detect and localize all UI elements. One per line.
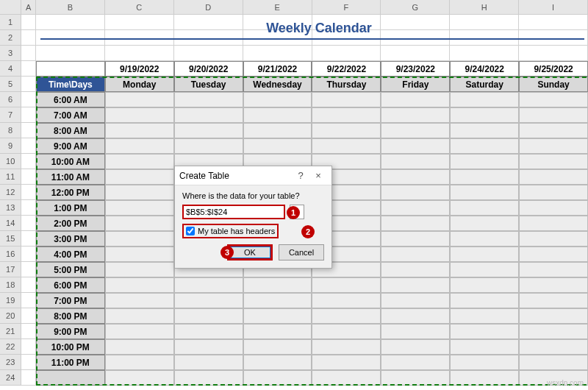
- row-header[interactable]: 4: [0, 61, 21, 77]
- cell[interactable]: [519, 92, 588, 107]
- cell[interactable]: [381, 339, 450, 355]
- dialog-titlebar[interactable]: Create Table ? ×: [175, 166, 331, 185]
- cell[interactable]: [105, 216, 174, 231]
- cell[interactable]: [243, 46, 312, 61]
- day-header[interactable]: Friday: [381, 77, 450, 92]
- row-header[interactable]: 19: [0, 293, 21, 308]
- row-header[interactable]: 7: [0, 107, 21, 123]
- cell[interactable]: [174, 46, 243, 61]
- cell[interactable]: 9/19/2022: [105, 61, 174, 77]
- cell[interactable]: [381, 262, 450, 277]
- cell[interactable]: [174, 308, 243, 324]
- cell[interactable]: [174, 293, 243, 308]
- cell[interactable]: [519, 293, 588, 308]
- cell[interactable]: [519, 277, 588, 293]
- cell[interactable]: [450, 370, 519, 386]
- row-header[interactable]: 15: [0, 231, 21, 247]
- cell[interactable]: [174, 107, 243, 123]
- row-header[interactable]: 6: [0, 92, 21, 107]
- cell[interactable]: [312, 324, 381, 339]
- time-label[interactable]: 9:00 AM: [36, 138, 105, 154]
- cell[interactable]: 9/22/2022: [312, 61, 381, 77]
- cell[interactable]: [519, 262, 588, 277]
- cell[interactable]: [174, 123, 243, 138]
- select-all-corner[interactable]: [0, 0, 21, 14]
- cell[interactable]: [243, 324, 312, 339]
- cell[interactable]: [21, 200, 36, 216]
- cancel-button[interactable]: Cancel: [279, 244, 324, 260]
- cell[interactable]: [174, 355, 243, 370]
- cell[interactable]: [21, 262, 36, 277]
- cell[interactable]: [450, 216, 519, 231]
- help-button[interactable]: ?: [292, 166, 309, 185]
- row-header[interactable]: 1: [0, 15, 21, 30]
- cell[interactable]: [105, 169, 174, 185]
- cell[interactable]: [381, 169, 450, 185]
- cell[interactable]: [21, 370, 36, 386]
- cell[interactable]: [21, 277, 36, 293]
- cell[interactable]: [105, 339, 174, 355]
- cell[interactable]: [381, 247, 450, 262]
- cell[interactable]: [21, 293, 36, 308]
- time-label[interactable]: 7:00 PM: [36, 293, 105, 308]
- cell[interactable]: [450, 200, 519, 216]
- time-label[interactable]: 11:00 AM: [36, 169, 105, 185]
- cell[interactable]: [105, 355, 174, 370]
- row-header[interactable]: 18: [0, 277, 21, 293]
- day-header[interactable]: Saturday: [450, 77, 519, 92]
- cell[interactable]: [21, 355, 36, 370]
- cell[interactable]: [21, 46, 36, 61]
- cell[interactable]: [381, 185, 450, 200]
- cell[interactable]: [174, 138, 243, 154]
- cell[interactable]: [36, 46, 105, 61]
- ok-button[interactable]: OK: [227, 244, 273, 260]
- cell[interactable]: [312, 138, 381, 154]
- cell[interactable]: [381, 231, 450, 247]
- col-header[interactable]: C: [105, 0, 174, 14]
- cell[interactable]: [381, 138, 450, 154]
- cell[interactable]: [381, 46, 450, 61]
- cell[interactable]: [105, 308, 174, 324]
- cell[interactable]: [21, 123, 36, 138]
- col-header[interactable]: I: [519, 0, 588, 14]
- cell[interactable]: [519, 247, 588, 262]
- cell[interactable]: [450, 185, 519, 200]
- cell[interactable]: 9/21/2022: [243, 61, 312, 77]
- cell[interactable]: [243, 308, 312, 324]
- time-label[interactable]: 8:00 AM: [36, 123, 105, 138]
- cell[interactable]: [105, 293, 174, 308]
- cell[interactable]: [243, 370, 312, 386]
- col-header[interactable]: F: [312, 0, 381, 14]
- cell[interactable]: [381, 92, 450, 107]
- row-header[interactable]: 3: [0, 46, 21, 61]
- cell[interactable]: [105, 277, 174, 293]
- row-header[interactable]: 12: [0, 185, 21, 200]
- cell[interactable]: [105, 123, 174, 138]
- cell[interactable]: [519, 355, 588, 370]
- cell[interactable]: [450, 293, 519, 308]
- cell[interactable]: [450, 262, 519, 277]
- time-label[interactable]: 6:00 AM: [36, 92, 105, 107]
- cell[interactable]: [312, 339, 381, 355]
- cell[interactable]: [450, 247, 519, 262]
- cell[interactable]: [312, 123, 381, 138]
- cell[interactable]: [243, 339, 312, 355]
- time-label[interactable]: 7:00 AM: [36, 107, 105, 123]
- cell[interactable]: [450, 277, 519, 293]
- corner-label[interactable]: Time\Days: [36, 77, 105, 92]
- row-header[interactable]: 22: [0, 339, 21, 355]
- col-header[interactable]: A: [21, 0, 36, 14]
- cell[interactable]: [381, 308, 450, 324]
- time-label[interactable]: 10:00 AM: [36, 154, 105, 169]
- cell[interactable]: [381, 355, 450, 370]
- cell[interactable]: [21, 154, 36, 169]
- cell[interactable]: [519, 339, 588, 355]
- cell[interactable]: [105, 200, 174, 216]
- row-header[interactable]: 8: [0, 123, 21, 138]
- cell[interactable]: [312, 277, 381, 293]
- cell[interactable]: [381, 277, 450, 293]
- cell[interactable]: [450, 355, 519, 370]
- cell[interactable]: [243, 355, 312, 370]
- cell[interactable]: [450, 339, 519, 355]
- row-header[interactable]: 23: [0, 355, 21, 370]
